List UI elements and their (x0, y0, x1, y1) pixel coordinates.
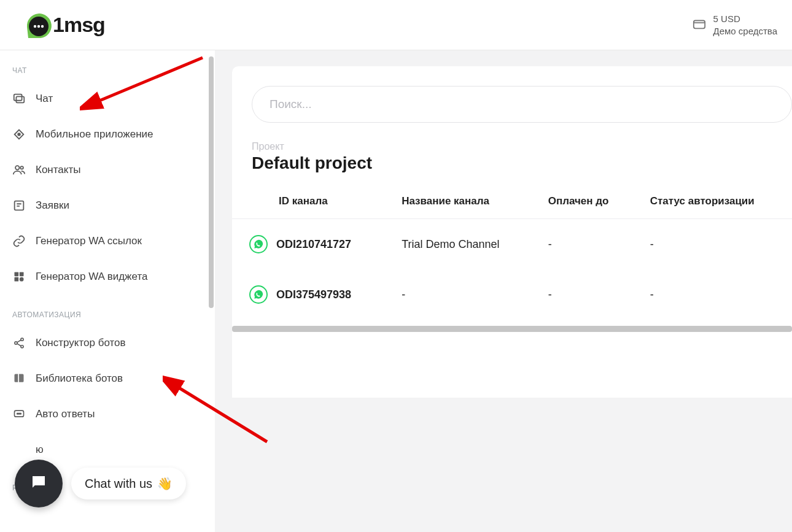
sidebar-item-label: Чат (36, 93, 53, 105)
table-header-row: ID канала Название канала Оплачен до Ста… (232, 184, 792, 219)
cell-paid-until: - (536, 219, 638, 270)
sidebar-item-label: ю (36, 444, 44, 456)
svg-rect-5 (14, 94, 22, 101)
svg-rect-6 (16, 96, 24, 102)
svg-point-8 (15, 166, 19, 169)
col-id: ID канала (232, 184, 389, 219)
wave-emoji-icon: 👋 (157, 476, 173, 491)
cell-paid-until: - (536, 269, 638, 320)
sidebar-item-label: Генератор WA виджета (36, 271, 147, 283)
sidebar-item-bot-builder[interactable]: Конструктор ботов (0, 325, 209, 361)
chat-widget-text: Chat with us (85, 477, 152, 491)
sidebar-item-label: Мобильное приложение (36, 128, 153, 141)
sidebar-item-label: Авто ответы (36, 408, 95, 420)
svg-point-20 (18, 413, 20, 414)
project-card: Проект Default project ID канала Названи… (232, 66, 792, 398)
brand-logo[interactable]: 1msg (22, 9, 105, 42)
table-row[interactable]: ODI375497938 - - - (232, 269, 792, 320)
sidebar-section-automation-label: АВТОМАТИЗАЦИЯ (0, 295, 209, 325)
sidebar-item-chat[interactable]: Чат (0, 81, 209, 117)
sidebar-item-requests[interactable]: Заявки (0, 188, 209, 223)
svg-point-1 (34, 25, 36, 27)
link-icon (12, 234, 26, 248)
sidebar-item-auto-replies[interactable]: Авто ответы (0, 396, 209, 432)
sidebar-item-label: Библиотека ботов (36, 372, 123, 385)
balance-block[interactable]: 5 USD Демо средства (693, 13, 777, 37)
svg-point-3 (41, 25, 44, 27)
cell-id: ODI375497938 (276, 288, 351, 301)
sidebar-item-contacts[interactable]: Контакты (0, 152, 209, 188)
brand-mark-icon (22, 9, 55, 42)
svg-point-21 (20, 413, 21, 414)
search-input[interactable] (252, 86, 792, 123)
sidebar-item-label: Генератор WA ссылок (36, 235, 142, 247)
sidebar-item-bot-library[interactable]: Библиотека ботов (0, 361, 209, 396)
cell-name: Trial Demo Channel (389, 219, 536, 270)
cell-name: - (389, 269, 536, 320)
cell-auth-status: - (638, 269, 792, 320)
table-row[interactable]: ODI210741727 Trial Demo Channel - - (232, 219, 792, 270)
col-name: Название канала (389, 184, 536, 219)
sidebar-item-label: Конструктор ботов (36, 337, 126, 349)
col-auth-status: Статус авторизации (638, 184, 792, 219)
sidebar-item-label: Заявки (36, 199, 69, 212)
sidebar-scrollbar[interactable] (209, 56, 214, 308)
wallet-icon (693, 17, 706, 33)
whatsapp-icon (249, 285, 268, 304)
header: 1msg 5 USD Демо средства (0, 0, 792, 50)
whatsapp-icon (249, 235, 268, 253)
blank-icon (12, 443, 26, 457)
svg-point-7 (18, 133, 20, 136)
svg-rect-12 (20, 272, 24, 277)
share-icon (12, 336, 26, 350)
chat-widget-pill[interactable]: Chat with us 👋 (71, 468, 186, 499)
svg-rect-11 (15, 272, 19, 277)
channels-table: ID канала Название канала Оплачен до Ста… (232, 184, 792, 320)
svg-point-9 (20, 166, 23, 169)
auto-reply-icon (12, 407, 26, 421)
chat-widget-button[interactable] (15, 460, 63, 507)
chat-bubble-icon (29, 473, 48, 494)
project-label: Проект (252, 141, 792, 152)
col-paid-until: Оплачен до (536, 184, 638, 219)
widget-icon (12, 270, 26, 283)
requests-icon (12, 199, 26, 212)
sidebar-item-label: Контакты (36, 164, 80, 176)
sidebar-item-wa-widget-gen[interactable]: Генератор WA виджета (0, 259, 209, 295)
chat-icon (12, 92, 26, 106)
project-name: Default project (252, 153, 792, 173)
brand-name: 1msg (53, 13, 105, 37)
svg-point-19 (17, 413, 18, 414)
sidebar-item-mobile-app[interactable]: Мобильное приложение (0, 117, 209, 152)
svg-rect-14 (20, 277, 24, 282)
contacts-icon (12, 163, 26, 177)
svg-rect-4 (693, 21, 704, 29)
table-horizontal-scrollbar[interactable] (232, 326, 792, 332)
cell-auth-status: - (638, 219, 792, 270)
book-icon (12, 372, 26, 385)
mobile-icon (12, 128, 26, 141)
balance-label: Демо средства (713, 25, 777, 37)
sidebar-item-wa-link-gen[interactable]: Генератор WA ссылок (0, 223, 209, 259)
chat-widget: Chat with us 👋 (15, 460, 186, 507)
svg-rect-13 (15, 277, 19, 282)
main-content: Проект Default project ID канала Названи… (215, 50, 792, 532)
cell-id: ODI210741727 (276, 238, 351, 251)
sidebar-section-chat-label: ЧАТ (0, 50, 209, 81)
svg-point-2 (37, 25, 40, 27)
balance-amount: 5 USD (713, 13, 777, 25)
